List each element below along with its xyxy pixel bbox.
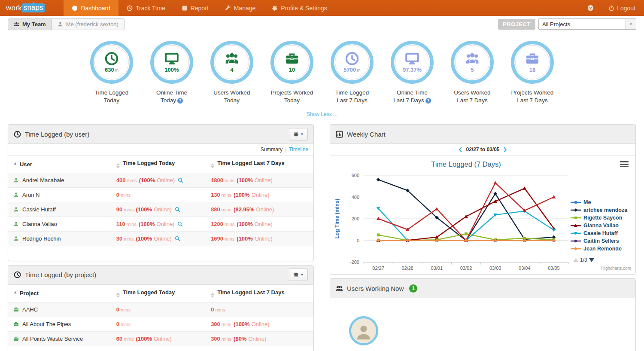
- legend-marker-icon: [571, 208, 581, 213]
- stat-label-line2: Today: [161, 97, 176, 104]
- tab-me[interactable]: Me (frederick sexton): [52, 18, 125, 30]
- legend-item[interactable]: Me: [571, 198, 627, 206]
- name-cell[interactable]: Rodrigo Rochin: [8, 232, 112, 246]
- show-less-link[interactable]: Show Less ...: [307, 111, 337, 117]
- name-cell[interactable]: Glanna Valiao: [8, 217, 112, 232]
- legend-pager: 1/3: [573, 257, 594, 263]
- tab-my-team[interactable]: My Team: [8, 18, 52, 30]
- stat-unit: m: [357, 68, 360, 73]
- legend-item[interactable]: Jean Remonde: [571, 245, 627, 253]
- column-header-last7[interactable]: Time Logged Last 7 Days: [217, 160, 285, 166]
- legend-item[interactable]: Rigette Saycon: [571, 214, 627, 222]
- legend-item[interactable]: Cassie Hutaff: [571, 229, 627, 237]
- zoom-icon[interactable]: [175, 236, 180, 241]
- column-header-last7[interactable]: Time Logged Last 7 Days: [217, 289, 285, 296]
- chart-title: Time Logged (7 Days): [431, 160, 501, 168]
- nav-tab-label: Track Time: [136, 5, 165, 12]
- legend-marker-icon: [571, 246, 581, 251]
- name-cell[interactable]: All About The Pipes: [8, 317, 112, 331]
- logo-text-snaps: snaps: [22, 3, 45, 12]
- stat-number: 18: [529, 67, 535, 73]
- legend-item[interactable]: artchee mendoza: [571, 206, 627, 214]
- nav-tab-track-time[interactable]: Track Time: [118, 0, 173, 16]
- nav-tab-label: Dashboard: [81, 5, 110, 12]
- zoom-icon[interactable]: [178, 177, 183, 183]
- chart-menu-icon[interactable]: [620, 161, 629, 167]
- nav-tab-report[interactable]: Report: [173, 0, 217, 16]
- sort-icon[interactable]: [211, 293, 214, 298]
- x-axis-tick: 02/27: [372, 266, 384, 271]
- time-last7-cell: 1200mins(100%Online): [207, 217, 313, 232]
- logout-button[interactable]: Logout: [608, 5, 635, 12]
- stat-circle: 5Users WorkedLast 7 Days: [450, 41, 495, 104]
- minutes-unit: mins: [127, 222, 137, 227]
- help-icon[interactable]: [587, 5, 594, 11]
- legend-page-up-icon[interactable]: [573, 258, 578, 262]
- legend-item[interactable]: Glanna Valiao: [571, 222, 627, 229]
- top-navbar: worksnaps Dashboard Track Time Report Ma…: [0, 0, 644, 16]
- time-last7-cell: 880mins(82.95%Online): [207, 202, 313, 217]
- name-cell[interactable]: Andrei Macabale: [8, 173, 112, 188]
- stat-label: Projects WorkedToday: [260, 89, 324, 104]
- name-cell[interactable]: Arun N: [8, 188, 112, 202]
- nav-tabs: Dashboard Track Time Report Manage Profi…: [64, 0, 335, 16]
- nav-tab-label: Report: [191, 5, 209, 12]
- column-header-project[interactable]: Project: [20, 290, 39, 296]
- view-summary[interactable]: Summary: [261, 147, 283, 153]
- minutes-unit: mins: [225, 178, 234, 183]
- time-today-cell: 120mins(100%Online): [112, 346, 207, 351]
- nav-tab-dashboard[interactable]: Dashboard: [64, 0, 118, 16]
- online-percent: (100%: [234, 192, 250, 198]
- chevron-left-icon[interactable]: [459, 147, 462, 152]
- avatar[interactable]: [349, 316, 378, 345]
- sort-icon[interactable]: [211, 163, 214, 168]
- worksnaps-logo[interactable]: worksnaps: [0, 0, 52, 16]
- highcharts-credit[interactable]: Highcharts.com: [601, 266, 631, 271]
- name-cell[interactable]: AAHC: [8, 302, 112, 317]
- sort-icon[interactable]: [116, 163, 120, 168]
- nav-tab-profile-settings[interactable]: Profile & Settings: [264, 0, 335, 16]
- minutes-value: 0: [116, 321, 119, 327]
- users-icon: [14, 21, 19, 27]
- stat-label-line1: Time Logged: [335, 89, 369, 96]
- nav-tab-manage[interactable]: Manage: [217, 0, 264, 16]
- gear-icon: [272, 5, 278, 11]
- minutes-value: 110: [116, 221, 125, 227]
- x-axis-tick: 02/28: [401, 266, 413, 271]
- stat-label-line2: Last 7 Days: [337, 97, 367, 104]
- help-icon[interactable]: ?: [177, 98, 183, 104]
- online-suffix: Online): [255, 221, 273, 227]
- monitor-icon: [164, 52, 180, 66]
- name-cell[interactable]: All Points Waste Service: [8, 331, 112, 346]
- column-header-today[interactable]: Time Logged Today: [123, 289, 175, 296]
- time-by-project-table: ▲Project Time Logged Today Time Logged L…: [8, 285, 313, 351]
- minutes-value: 300: [211, 321, 220, 327]
- column-header-user[interactable]: User: [20, 161, 32, 168]
- view-timeline-link[interactable]: Timeline: [289, 147, 308, 153]
- legend-label: Caitlin Sellers: [583, 238, 619, 244]
- legend-item[interactable]: Caitlin Sellers: [571, 237, 627, 245]
- name-cell[interactable]: Cassie Hutaff: [8, 202, 112, 217]
- help-icon[interactable]: ?: [425, 98, 431, 104]
- legend-page-down-icon[interactable]: [589, 258, 594, 262]
- stat-circle: 100%Online TimeToday?: [149, 41, 194, 104]
- chevron-right-icon[interactable]: [504, 147, 507, 152]
- scope-tabs: My Team Me (frederick sexton): [8, 18, 125, 30]
- legend-marker-icon: [571, 231, 581, 236]
- stat-ring: 630m: [90, 41, 133, 84]
- minutes-value: 300: [211, 336, 220, 342]
- sort-asc-icon[interactable]: ▲: [13, 161, 17, 165]
- column-header-today[interactable]: Time Logged Today: [123, 160, 175, 166]
- sort-icon[interactable]: [116, 293, 120, 298]
- zoom-icon[interactable]: [175, 207, 180, 212]
- sort-asc-icon[interactable]: ▲: [13, 290, 17, 294]
- time-last7-cell: 300mins(100%Online): [207, 317, 313, 331]
- zoom-icon[interactable]: [177, 221, 183, 227]
- panel-users-working-now: Users Working Now 1: [330, 278, 636, 351]
- panel-settings-button[interactable]: ▼: [289, 128, 308, 140]
- stat-value: 5700m: [343, 67, 360, 73]
- project-select[interactable]: All Projects ▼: [538, 18, 636, 30]
- name-cell[interactable]: BallerArcade: [8, 346, 112, 351]
- panel-settings-button[interactable]: ▼: [289, 269, 308, 281]
- stat-number: 5: [471, 67, 474, 73]
